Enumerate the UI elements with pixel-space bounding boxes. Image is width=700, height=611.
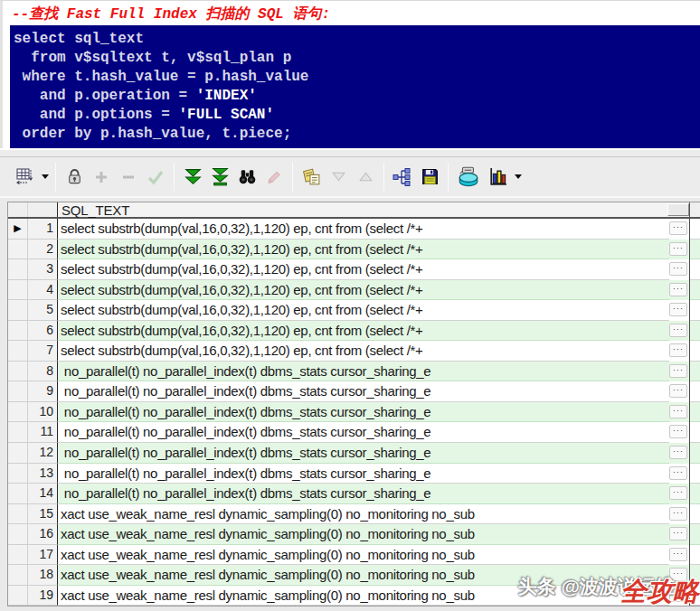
row-number[interactable]: 1 xyxy=(28,219,58,240)
row-number[interactable]: 4 xyxy=(28,280,58,301)
cell-more-button[interactable]: ··· xyxy=(669,507,687,521)
row-number[interactable]: 9 xyxy=(28,381,58,402)
sql-text-cell[interactable]: select substrb(dump(val,16,0,32),1,120) … xyxy=(58,341,669,362)
row-number[interactable]: 8 xyxy=(28,362,58,382)
cell-more-button[interactable]: ··· xyxy=(669,303,687,316)
post-changes-button[interactable] xyxy=(142,164,169,191)
sort-descending-button[interactable] xyxy=(325,164,352,191)
table-row[interactable]: 5 select substrb(dump(val,16,0,32),1,120… xyxy=(8,300,700,321)
chart-dropdown[interactable] xyxy=(511,164,524,191)
sql-text-cell[interactable]: select substrb(dump(val,16,0,32),1,120) … xyxy=(58,240,669,260)
grid-layout-dropdown[interactable] xyxy=(38,164,51,191)
row-number[interactable]: 11 xyxy=(28,422,58,443)
row-number[interactable]: 14 xyxy=(28,484,58,504)
cell-more-button[interactable]: ··· xyxy=(669,588,687,602)
result-grid[interactable]: SQL_TEXT ▶ 1 select substrb(dump(val,16,… xyxy=(7,202,700,606)
sql-text-cell[interactable]: xact use_weak_name_resl dynamic_sampling… xyxy=(58,586,669,606)
cell-more-button[interactable]: ··· xyxy=(669,221,687,235)
sql-text-cell[interactable]: select substrb(dump(val,16,0,32),1,120) … xyxy=(58,219,669,240)
row-number[interactable]: 19 xyxy=(28,586,58,606)
row-number[interactable]: 7 xyxy=(28,341,58,362)
cell-more-button[interactable]: ··· xyxy=(669,242,687,256)
table-row[interactable]: 6 select substrb(dump(val,16,0,32),1,120… xyxy=(8,321,700,342)
delete-record-button[interactable] xyxy=(115,164,142,191)
table-row[interactable]: 16 xact use_weak_name_resl dynamic_sampl… xyxy=(8,524,700,545)
sql-text-cell[interactable]: no_parallel(t) no_parallel_index(t) dbms… xyxy=(58,402,669,423)
table-row[interactable]: ▶ 1 select substrb(dump(val,16,0,32),1,1… xyxy=(8,219,700,240)
sql-text-cell[interactable]: xact use_weak_name_resl dynamic_sampling… xyxy=(58,545,669,566)
table-row[interactable]: 17 xact use_weak_name_resl dynamic_sampl… xyxy=(8,545,700,566)
row-number[interactable]: 16 xyxy=(28,524,58,545)
row-number[interactable]: 5 xyxy=(28,300,58,321)
cell-more-button[interactable]: ··· xyxy=(669,446,687,459)
find-button[interactable] xyxy=(233,164,260,191)
cell-more-button[interactable]: ··· xyxy=(669,384,687,398)
sql-text-cell[interactable]: no_parallel(t) no_parallel_index(t) dbms… xyxy=(58,443,669,464)
row-number[interactable]: 17 xyxy=(28,545,58,566)
row-number[interactable]: 10 xyxy=(28,402,58,423)
sql-editor[interactable]: --查找 Fast Full Index 扫描的 SQL 语句: select … xyxy=(0,1,700,148)
cell-more-button[interactable]: ··· xyxy=(669,548,687,561)
lock-button[interactable] xyxy=(61,164,88,191)
sql-text-column-header[interactable]: SQL_TEXT xyxy=(58,202,667,217)
editor-grid-splitter[interactable] xyxy=(0,148,700,157)
edit-button[interactable] xyxy=(260,164,288,191)
cell-more-button[interactable]: ··· xyxy=(669,527,687,540)
grid-layout-button[interactable] xyxy=(11,164,38,191)
sql-text-cell[interactable]: select substrb(dump(val,16,0,32),1,120) … xyxy=(58,321,669,342)
sql-selection-block[interactable]: select sql_text from v$sqltext t, v$sql_… xyxy=(10,25,700,148)
insert-record-button[interactable] xyxy=(88,164,115,191)
sql-text-cell[interactable]: select substrb(dump(val,16,0,32),1,120) … xyxy=(58,280,669,301)
cell-more-button[interactable]: ··· xyxy=(669,283,687,296)
copy-button[interactable] xyxy=(298,164,325,191)
row-number[interactable]: 6 xyxy=(28,321,58,342)
table-row[interactable]: 13 no_parallel(t) no_parallel_index(t) d… xyxy=(8,464,700,484)
fetch-last-page-button[interactable] xyxy=(206,164,233,191)
table-row[interactable]: 9 no_parallel(t) no_parallel_index(t) db… xyxy=(8,381,700,402)
table-row[interactable]: 15 xact use_weak_name_resl dynamic_sampl… xyxy=(8,504,700,525)
sql-line-text: select sql_text xyxy=(14,31,144,47)
save-button[interactable] xyxy=(416,164,443,191)
sql-text-cell[interactable]: xact use_weak_name_resl dynamic_sampling… xyxy=(58,504,669,525)
cell-more-button[interactable]: ··· xyxy=(669,343,687,357)
cell-more-button[interactable]: ··· xyxy=(669,568,687,581)
cell-more-button[interactable]: ··· xyxy=(669,466,687,480)
table-row[interactable]: 18 xact use_weak_name_resl dynamic_sampl… xyxy=(8,565,700,586)
sql-text-cell[interactable]: xact use_weak_name_resl dynamic_sampling… xyxy=(58,565,669,586)
row-number[interactable]: 2 xyxy=(28,240,58,260)
sql-text-cell[interactable]: select substrb(dump(val,16,0,32),1,120) … xyxy=(58,300,669,321)
table-row[interactable]: 7 select substrb(dump(val,16,0,32),1,120… xyxy=(8,341,700,362)
sql-text-cell[interactable]: no_parallel(t) no_parallel_index(t) dbms… xyxy=(58,381,669,402)
cell-more-button[interactable]: ··· xyxy=(669,364,687,378)
cell-more-button[interactable]: ··· xyxy=(669,262,687,276)
sql-text-cell[interactable]: select substrb(dump(val,16,0,32),1,120) … xyxy=(58,259,669,280)
table-row[interactable]: 11 no_parallel(t) no_parallel_index(t) d… xyxy=(8,422,700,443)
sql-text-cell[interactable]: no_parallel(t) no_parallel_index(t) dbms… xyxy=(58,484,669,504)
explain-plan-button[interactable] xyxy=(389,164,416,191)
sql-text-cell[interactable]: no_parallel(t) no_parallel_index(t) dbms… xyxy=(58,464,669,484)
chart-button[interactable] xyxy=(484,164,511,191)
row-number[interactable]: 3 xyxy=(28,259,58,280)
row-number[interactable]: 13 xyxy=(28,464,58,484)
cell-more-button[interactable]: ··· xyxy=(669,486,687,500)
row-number[interactable]: 15 xyxy=(28,504,58,525)
commit-button[interactable] xyxy=(453,164,484,191)
table-row[interactable]: 12 no_parallel(t) no_parallel_index(t) d… xyxy=(8,443,700,464)
table-row[interactable]: 10 no_parallel(t) no_parallel_index(t) d… xyxy=(8,402,700,423)
row-number[interactable]: 12 xyxy=(28,443,58,464)
table-row[interactable]: 2 select substrb(dump(val,16,0,32),1,120… xyxy=(8,240,700,260)
fetch-next-page-button[interactable] xyxy=(179,164,206,191)
sql-text-cell[interactable]: no_parallel(t) no_parallel_index(t) dbms… xyxy=(58,422,669,443)
table-row[interactable]: 8 no_parallel(t) no_parallel_index(t) db… xyxy=(8,362,700,382)
table-row[interactable]: 4 select substrb(dump(val,16,0,32),1,120… xyxy=(8,280,700,301)
cell-more-button[interactable]: ··· xyxy=(669,324,687,337)
sql-text-cell[interactable]: xact use_weak_name_resl dynamic_sampling… xyxy=(58,524,669,545)
sql-text-cell[interactable]: no_parallel(t) no_parallel_index(t) dbms… xyxy=(58,362,669,382)
table-row[interactable]: 14 no_parallel(t) no_parallel_index(t) d… xyxy=(8,484,700,504)
cell-more-button[interactable]: ··· xyxy=(669,405,687,418)
cell-more-button[interactable]: ··· xyxy=(669,425,687,438)
table-row[interactable]: 3 select substrb(dump(val,16,0,32),1,120… xyxy=(8,259,700,280)
row-number[interactable]: 18 xyxy=(28,565,58,586)
table-row[interactable]: 19 xact use_weak_name_resl dynamic_sampl… xyxy=(8,586,700,606)
sort-ascending-button[interactable] xyxy=(352,164,379,191)
